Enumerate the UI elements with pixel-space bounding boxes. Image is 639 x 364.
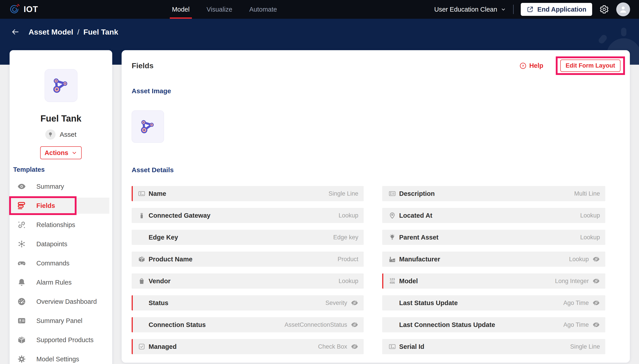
breadcrumb-section[interactable]: Asset Model: [28, 28, 73, 36]
eye-slash-icon: [351, 299, 358, 307]
field-row-connected-gateway[interactable]: Connected GatewayLookup: [132, 208, 364, 223]
tab-automate[interactable]: Automate: [249, 0, 277, 19]
external-link-icon: [526, 6, 534, 13]
field-row-vendor[interactable]: VendorLookup: [132, 274, 364, 288]
single-line-icon: [388, 343, 396, 350]
sidebar-item-fields[interactable]: Fields: [10, 196, 112, 215]
page-title: Fields: [132, 61, 154, 70]
question-circle-icon: ?: [520, 62, 526, 69]
multi-line-icon: [388, 190, 396, 198]
app-switcher[interactable]: User Education Clean: [434, 6, 506, 13]
fields-grid: NameSingle LineDescriptionMulti LineConn…: [132, 186, 630, 354]
field-row-name[interactable]: NameSingle Line: [132, 186, 364, 201]
templates-heading: Templates: [13, 166, 112, 173]
gamepad-icon: [17, 259, 26, 268]
bag-icon: [138, 277, 146, 285]
app-logo: IOT: [9, 4, 38, 15]
eye-slash-icon: [592, 256, 600, 263]
eye-slash-icon: [592, 299, 600, 307]
eye-slash-icon: [351, 343, 358, 350]
actions-button[interactable]: Actions: [40, 146, 82, 159]
gear-icon: [17, 355, 26, 364]
field-row-description[interactable]: DescriptionMulti Line: [382, 186, 605, 201]
field-row-status[interactable]: StatusSeverity: [132, 295, 364, 310]
tab-model[interactable]: Model: [172, 0, 190, 19]
gauge-icon: [17, 297, 26, 306]
chevron-down-icon: [72, 150, 77, 156]
asset-image-heading: Asset Image: [132, 87, 630, 95]
settings-gear-icon[interactable]: [599, 4, 609, 14]
fields-panel: Fields ? Help Edit Form Layout Asset Ima…: [122, 50, 630, 363]
svg-text:?: ?: [522, 64, 524, 68]
primary-nav-tabs: ModelVisualizeAutomate: [172, 0, 277, 19]
fields-header: Fields ? Help Edit Form Layout: [122, 50, 630, 75]
no-icon: [138, 321, 146, 328]
sidebar-item-summary[interactable]: Summary: [10, 177, 112, 196]
user-avatar[interactable]: [616, 2, 630, 16]
end-application-button[interactable]: End Application: [521, 3, 592, 16]
breadcrumb-page: Fuel Tank: [84, 28, 118, 36]
datapoints-icon: [17, 240, 26, 248]
no-icon: [138, 234, 146, 241]
sidebar-item-relationships[interactable]: Relationships: [10, 215, 112, 234]
sidebar-item-commands[interactable]: Commands: [10, 254, 112, 273]
factory-icon: [388, 256, 396, 263]
edit-form-layout-button[interactable]: Edit Form Layout: [560, 60, 620, 72]
sidebar-item-alarm-rules[interactable]: Alarm Rules: [10, 273, 112, 292]
breadcrumb-separator: /: [77, 28, 79, 36]
single-line-icon: [138, 190, 146, 198]
asset-image-thumbnail[interactable]: [132, 110, 164, 143]
field-row-last-status-update[interactable]: Last Status UpdateAgo Time: [382, 295, 605, 310]
chevron-down-icon: [501, 7, 506, 12]
asset-type-chip: Asset: [10, 129, 112, 140]
package-icon: [17, 336, 26, 344]
sidebar-item-summary-panel[interactable]: Summary Panel: [10, 311, 112, 330]
field-row-model[interactable]: 123456ModelLong Integer: [382, 274, 605, 288]
iot-logo-icon: [9, 4, 20, 15]
checkbox-icon: [138, 343, 146, 350]
pulley-asset-icon: [51, 76, 71, 96]
asset-name: Fuel Tank: [10, 114, 112, 124]
no-icon: [138, 299, 146, 307]
asset-icon-tile: [44, 69, 78, 102]
no-icon: [388, 299, 396, 307]
field-row-managed[interactable]: ManagedCheck Box: [132, 339, 364, 354]
package-icon: [138, 256, 146, 263]
sidebar-item-supported-products[interactable]: Supported Products: [10, 330, 112, 350]
eye-slash-icon: [351, 321, 358, 328]
gateway-icon: [138, 212, 146, 219]
field-row-edge-key[interactable]: Edge KeyEdge key: [132, 230, 364, 245]
logo-text: IOT: [24, 5, 38, 14]
field-row-last-connection-status-update[interactable]: Last Connection Status UpdateAgo Time: [382, 317, 605, 332]
field-row-located-at[interactable]: Located AtLookup: [382, 208, 605, 223]
idcard-icon: [17, 316, 26, 325]
asset-type-label: Asset: [60, 131, 76, 138]
tab-visualize[interactable]: Visualize: [206, 0, 232, 19]
sidebar-item-overview-dashboard[interactable]: Overview Dashboard: [10, 292, 112, 311]
field-row-product-name[interactable]: Product NameProduct: [132, 252, 364, 267]
eye-slash-icon: [592, 277, 600, 285]
nav-divider: [513, 5, 514, 14]
bell-icon: [17, 278, 26, 287]
tutorial-highlight-edit-form-layout: Edit Form Layout: [556, 56, 625, 75]
asset-details-heading: Asset Details: [132, 166, 630, 174]
sidebar-item-model-settings[interactable]: Model Settings: [10, 350, 112, 364]
breadcrumb: Asset Model / Fuel Tank: [28, 28, 118, 36]
field-row-parent-asset[interactable]: Parent AssetLookup: [382, 230, 605, 245]
sidebar-item-datapoints[interactable]: Datapoints: [10, 234, 112, 254]
help-link[interactable]: ? Help: [520, 62, 543, 69]
field-row-connection-status[interactable]: Connection StatusAssetConnectionStatus: [132, 317, 364, 332]
field-row-serial-id[interactable]: Serial IdSingle Line: [382, 339, 605, 354]
no-icon: [388, 321, 396, 328]
bulb-icon: [45, 129, 56, 140]
top-navbar: IOT ModelVisualizeAutomate User Educatio…: [0, 0, 639, 19]
location-icon: [388, 212, 396, 219]
eye-icon: [17, 182, 26, 191]
bulb-icon: [388, 234, 396, 241]
eye-slash-icon: [592, 321, 600, 328]
field-row-manufacturer[interactable]: ManufacturerLookup: [382, 252, 605, 267]
breadcrumb-bar: Asset Model / Fuel Tank: [0, 19, 118, 45]
link-icon: [17, 220, 26, 229]
back-arrow-icon[interactable]: [11, 28, 20, 36]
asset-sidebar-card: Fuel Tank Asset Actions Templates Summar…: [10, 50, 112, 364]
